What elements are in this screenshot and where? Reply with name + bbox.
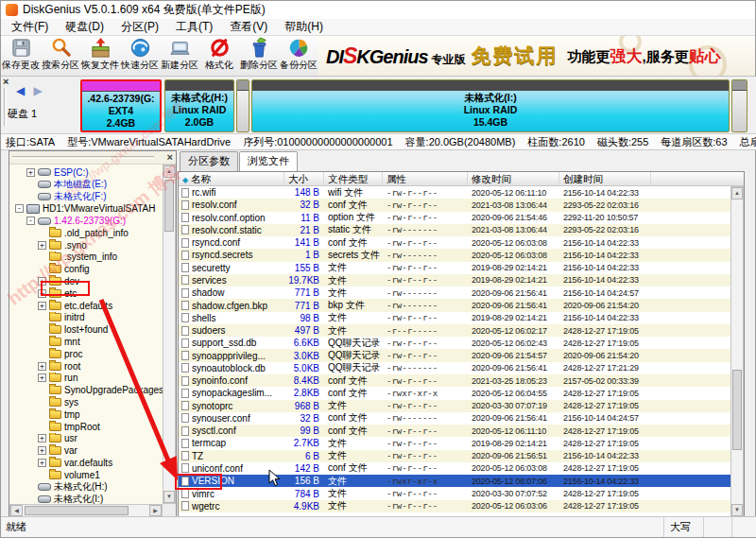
file-row-rc.wifi[interactable]: rc.wifi148 Bwifi 文件-rw-r--r--2020-05-12 … (179, 186, 730, 199)
tree-item-volume1[interactable]: volume1 (9, 469, 163, 481)
file-row-synotoprc[interactable]: synotoprc968 B文件-rw-r--r--2020-03-30 07:… (179, 400, 730, 412)
scroll-left-icon[interactable]: ◀ (10, 505, 23, 516)
partition-sliver[interactable] (731, 79, 747, 132)
menu-view[interactable]: 查看(V) (221, 18, 276, 36)
file-row-sudoers[interactable]: sudoers497 B文件-r--r-----2020-05-12 06:02… (179, 324, 730, 337)
tree-vertical-scrollbar[interactable]: ▲ ▼ (163, 165, 176, 504)
tree-item-proc[interactable]: proc (9, 348, 163, 360)
tree-item-var[interactable]: +var (9, 444, 163, 457)
tab-partition-params[interactable]: 分区参数 (180, 151, 238, 171)
menu-disk[interactable]: 硬盘(D) (57, 18, 112, 36)
partition-sliver[interactable] (236, 79, 249, 132)
menu-partition[interactable]: 分区(P) (112, 18, 167, 36)
tree-item-1.42.6-23739G[interactable]: -1.42.6-23739(G:) (9, 215, 163, 227)
menu-help[interactable]: 帮助(H) (276, 18, 332, 36)
expand-icon[interactable]: + (38, 373, 46, 382)
scroll-up-icon[interactable]: ▲ (163, 165, 175, 178)
file-row-support_ssd.db[interactable]: support_ssd.db6.6KBQQ聊天记录-rw-r--r--2020-… (179, 337, 730, 349)
file-row-uniconf.conf[interactable]: uniconf.conf142 Bconf 文件-rw-r--r--2020-0… (179, 462, 730, 475)
tree-item-HD1VMwareVirtualSATAH[interactable]: -HD1:VMwareVirtualSATAH (9, 202, 163, 215)
menu-file[interactable]: 文件(F) (3, 18, 57, 36)
file-row-resolv.conf.option[interactable]: resolv.conf.option11 Boption 文件-rw-r--r-… (179, 212, 730, 224)
file-row-termcap[interactable]: termcap2.7KB文件-rw-r--r--2019-08-29 02:14… (179, 437, 730, 449)
file-row-shadow[interactable]: shadow771 B文件-rw-------2020-09-06 21:56:… (179, 286, 730, 299)
file-row-synoautoblock.db[interactable]: synoautoblock.db5.0KBQQ聊天记录-rw-------202… (179, 362, 730, 374)
toolbar-button-backup-partition[interactable]: 备份分区 (279, 36, 318, 76)
toolbar-button-delete-partition[interactable]: 删除分区 (239, 36, 279, 76)
tree-item-tmp[interactable]: tmp (9, 408, 163, 421)
tree-item-usr[interactable]: +usr (9, 433, 163, 445)
tree-item-lost+found[interactable]: lost+found (9, 323, 163, 336)
expand-icon[interactable]: + (38, 459, 46, 467)
file-row-synoappprivileg...[interactable]: synoappprivileg...3.0KBQQ聊天记录-rw-r--r--2… (179, 349, 730, 361)
collapse-icon[interactable]: - (26, 217, 35, 225)
prev-disk-arrow-icon[interactable]: ◀ (16, 84, 27, 97)
tree-item-E[interactable]: 本地磁盘(E:) (9, 179, 163, 191)
tree-item-etc.defaults[interactable]: +etc.defaults (9, 300, 163, 312)
next-disk-arrow-icon[interactable]: ▶ (34, 84, 45, 97)
scroll-up-icon[interactable]: ▲ (731, 187, 743, 200)
scroll-right-icon[interactable]: ▶ (149, 505, 162, 516)
toolbar-button-recover[interactable]: 恢复文件 (80, 36, 120, 76)
file-row-wgetrc[interactable]: wgetrc4.9KB文件-rw-r--r--2020-05-12 06:03:… (179, 500, 730, 512)
tree-item-initrd[interactable]: initrd (9, 312, 163, 324)
partition-box[interactable]: .42.6-23739(G:EXT42.4GB (80, 79, 162, 132)
file-row-resolv.conf.static[interactable]: resolv.conf.static21 Bstatic 文件-rw------… (179, 224, 730, 236)
scroll-down-icon[interactable]: ▼ (163, 491, 175, 503)
tree-item-H[interactable]: 未格式化(H:) (9, 481, 163, 494)
expand-icon[interactable]: + (38, 446, 46, 455)
column-header-2[interactable]: 文件类型 (324, 172, 383, 186)
partition-box[interactable]: 未格式化(I:)Linux RAID15.4GB (251, 79, 730, 132)
toolbar-button-search[interactable]: 搜索分区 (41, 36, 80, 76)
file-row-rsyncd.conf[interactable]: rsyncd.conf141 Bconf 文件-rw-r--r--2020-05… (179, 236, 730, 249)
file-row-securetty[interactable]: securetty155 B文件-rw-r--r--2019-08-29 02:… (179, 262, 730, 274)
partition-box[interactable]: 未格式化(H:)Linux RAID2.0GB (164, 79, 234, 132)
scroll-thumb[interactable] (732, 370, 742, 450)
file-row-shells[interactable]: shells98 B文件-rw-r--r--2019-08-29 02:14:2… (179, 312, 730, 324)
tree-item-ESPC[interactable]: +ESP(C:) (9, 166, 163, 179)
tree-item-dev[interactable]: +dev (9, 275, 163, 287)
tree-item-var.defaults[interactable]: +var.defaults (9, 457, 163, 469)
expand-icon[interactable]: + (38, 362, 46, 371)
tree-item-.syno[interactable]: +.syno (9, 239, 163, 252)
tree-item-F[interactable]: 未格式化(F:) (9, 191, 163, 203)
file-row-services[interactable]: services19.7KB文件-rw-r--r--2019-08-29 02:… (179, 274, 730, 286)
file-row-TZ[interactable]: TZ6 B文件-rw-r--r--2020-09-06 21:56:512156… (179, 450, 730, 462)
expand-icon[interactable]: + (38, 434, 46, 443)
file-row-shadow.cfgen.bkp[interactable]: shadow.cfgen.bkp771 Bbkp 文件-rw-------202… (179, 299, 730, 311)
menu-tools[interactable]: 工具(T) (167, 18, 221, 36)
toolbar-button-quick-partition[interactable]: 快速分区 (120, 36, 160, 76)
close-icon[interactable]: × (3, 77, 9, 87)
file-row-vimrc[interactable]: vimrc784 B文件-rw-r--r--2020-03-30 07:07:5… (179, 487, 730, 499)
tab-browse-files[interactable]: 浏览文件 (239, 151, 298, 172)
table-vertical-scrollbar[interactable]: ▲ ▼ (730, 186, 744, 517)
expand-icon[interactable]: + (38, 277, 46, 286)
toolbar-button-format[interactable]: 格式化 (199, 36, 239, 76)
tree-item-.system_info[interactable]: .system_info (9, 252, 163, 264)
column-header-3[interactable]: 属性 (383, 172, 468, 186)
column-header-0[interactable]: ◆名称 (179, 172, 284, 186)
disk-label[interactable]: 硬盘 1 (8, 107, 37, 121)
file-row-synoinfo.conf[interactable]: synoinfo.conf8.4KBconf 文件-rw-r--r--2021-… (179, 374, 730, 387)
tree-item-root[interactable]: +root (9, 360, 163, 373)
file-row-synopackageslim...[interactable]: synopackageslim...2.8KBconf 文件-rwxr-xr-x… (179, 387, 730, 399)
promo-banner[interactable]: DISKGenius 专业版 免费试用 功能更强大,服务更贴心 (318, 36, 755, 76)
file-row-sysctl.conf[interactable]: sysctl.conf99 Bconf 文件-rw-r--r--2020-05-… (179, 425, 730, 437)
tree-item-mnt[interactable]: mnt (9, 336, 163, 348)
file-row-rsyncd.secrets[interactable]: rsyncd.secrets1 Bsecrets 文件-rw-------202… (179, 249, 730, 261)
file-row-resolv.conf[interactable]: resolv.conf32 Bconf 文件-rw-r--r--2021-03-… (179, 199, 730, 211)
expand-icon[interactable]: + (26, 168, 35, 177)
tree-item-sys[interactable]: sys (9, 396, 163, 408)
file-row-synouser.conf[interactable]: synouser.conf32 Bconf 文件-rw-------2020-0… (179, 412, 730, 425)
expand-icon[interactable]: + (38, 302, 46, 310)
tree-horizontal-scrollbar[interactable]: ◀ ▶ (9, 504, 163, 517)
toolbar-button-save[interactable]: 保存更改 (1, 36, 41, 76)
column-header-1[interactable]: 大小 (284, 172, 324, 186)
close-icon[interactable]: × (167, 152, 173, 163)
toolbar-button-new-partition[interactable]: 新建分区 (160, 36, 199, 76)
expand-icon[interactable]: + (38, 241, 46, 250)
tree-item-tmpRoot[interactable]: tmpRoot (9, 421, 163, 433)
scroll-thumb[interactable] (164, 180, 174, 232)
column-header-5[interactable]: 创建时间 (559, 172, 651, 186)
expand-icon[interactable]: + (38, 289, 46, 298)
